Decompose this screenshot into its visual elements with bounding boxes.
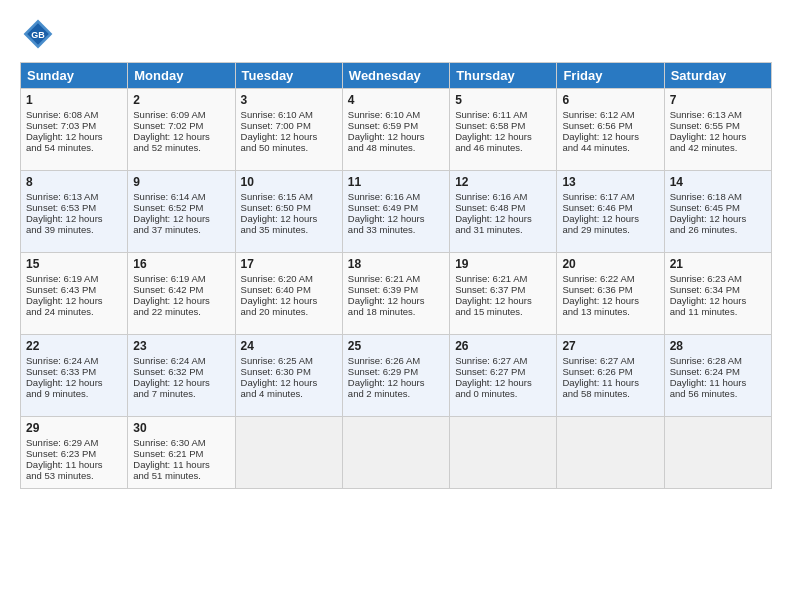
day-info: Daylight: 12 hours [455, 295, 551, 306]
day-info: Daylight: 12 hours [348, 131, 444, 142]
calendar-cell: 21Sunrise: 6:23 AMSunset: 6:34 PMDayligh… [664, 253, 771, 335]
day-number: 13 [562, 175, 658, 189]
day-number: 20 [562, 257, 658, 271]
calendar-cell: 25Sunrise: 6:26 AMSunset: 6:29 PMDayligh… [342, 335, 449, 417]
day-number: 11 [348, 175, 444, 189]
day-info: and 29 minutes. [562, 224, 658, 235]
calendar-cell: 23Sunrise: 6:24 AMSunset: 6:32 PMDayligh… [128, 335, 235, 417]
day-number: 12 [455, 175, 551, 189]
day-info: and 37 minutes. [133, 224, 229, 235]
day-info: Sunrise: 6:16 AM [348, 191, 444, 202]
header: GB [20, 16, 772, 52]
calendar-cell: 26Sunrise: 6:27 AMSunset: 6:27 PMDayligh… [450, 335, 557, 417]
day-info: Sunrise: 6:13 AM [670, 109, 766, 120]
day-info: Sunrise: 6:15 AM [241, 191, 337, 202]
day-info: and 48 minutes. [348, 142, 444, 153]
day-number: 4 [348, 93, 444, 107]
weekday-header: Tuesday [235, 63, 342, 89]
day-info: Daylight: 12 hours [241, 131, 337, 142]
day-info: Sunset: 6:49 PM [348, 202, 444, 213]
calendar-cell: 27Sunrise: 6:27 AMSunset: 6:26 PMDayligh… [557, 335, 664, 417]
day-info: Sunset: 6:39 PM [348, 284, 444, 295]
day-info: Daylight: 12 hours [562, 295, 658, 306]
calendar-cell: 20Sunrise: 6:22 AMSunset: 6:36 PMDayligh… [557, 253, 664, 335]
day-info: Daylight: 12 hours [348, 377, 444, 388]
day-info: Sunset: 7:03 PM [26, 120, 122, 131]
day-number: 29 [26, 421, 122, 435]
day-info: Sunset: 6:27 PM [455, 366, 551, 377]
day-info: and 7 minutes. [133, 388, 229, 399]
day-info: Sunrise: 6:08 AM [26, 109, 122, 120]
day-number: 3 [241, 93, 337, 107]
day-info: Sunset: 6:42 PM [133, 284, 229, 295]
day-number: 8 [26, 175, 122, 189]
calendar-cell: 2Sunrise: 6:09 AMSunset: 7:02 PMDaylight… [128, 89, 235, 171]
day-info: Sunset: 6:33 PM [26, 366, 122, 377]
day-number: 25 [348, 339, 444, 353]
day-info: Daylight: 12 hours [26, 295, 122, 306]
day-info: Daylight: 12 hours [670, 213, 766, 224]
calendar-cell: 30Sunrise: 6:30 AMSunset: 6:21 PMDayligh… [128, 417, 235, 489]
day-info: Sunrise: 6:26 AM [348, 355, 444, 366]
day-info: Sunset: 6:53 PM [26, 202, 122, 213]
day-info: and 31 minutes. [455, 224, 551, 235]
day-info: Sunrise: 6:20 AM [241, 273, 337, 284]
day-info: and 44 minutes. [562, 142, 658, 153]
day-info: and 54 minutes. [26, 142, 122, 153]
calendar-cell [557, 417, 664, 489]
day-info: Sunrise: 6:21 AM [348, 273, 444, 284]
day-info: Sunrise: 6:25 AM [241, 355, 337, 366]
day-info: Sunrise: 6:09 AM [133, 109, 229, 120]
calendar-cell: 8Sunrise: 6:13 AMSunset: 6:53 PMDaylight… [21, 171, 128, 253]
day-number: 19 [455, 257, 551, 271]
day-info: Daylight: 12 hours [455, 213, 551, 224]
day-info: Sunset: 6:48 PM [455, 202, 551, 213]
day-info: Sunrise: 6:19 AM [26, 273, 122, 284]
calendar-cell: 16Sunrise: 6:19 AMSunset: 6:42 PMDayligh… [128, 253, 235, 335]
day-number: 9 [133, 175, 229, 189]
day-info: Sunset: 6:59 PM [348, 120, 444, 131]
day-info: Sunrise: 6:19 AM [133, 273, 229, 284]
calendar-cell: 13Sunrise: 6:17 AMSunset: 6:46 PMDayligh… [557, 171, 664, 253]
day-number: 15 [26, 257, 122, 271]
day-info: and 35 minutes. [241, 224, 337, 235]
calendar-cell: 22Sunrise: 6:24 AMSunset: 6:33 PMDayligh… [21, 335, 128, 417]
weekday-header: Thursday [450, 63, 557, 89]
logo-icon: GB [20, 16, 56, 52]
day-number: 6 [562, 93, 658, 107]
day-info: Daylight: 12 hours [133, 377, 229, 388]
day-info: Sunrise: 6:28 AM [670, 355, 766, 366]
day-info: Sunrise: 6:13 AM [26, 191, 122, 202]
day-info: and 58 minutes. [562, 388, 658, 399]
day-info: and 18 minutes. [348, 306, 444, 317]
day-number: 7 [670, 93, 766, 107]
day-info: Daylight: 12 hours [133, 131, 229, 142]
weekday-header: Wednesday [342, 63, 449, 89]
day-number: 5 [455, 93, 551, 107]
day-number: 17 [241, 257, 337, 271]
day-info: Sunrise: 6:21 AM [455, 273, 551, 284]
day-info: Sunrise: 6:17 AM [562, 191, 658, 202]
day-info: and 15 minutes. [455, 306, 551, 317]
day-info: Daylight: 11 hours [26, 459, 122, 470]
day-info: and 52 minutes. [133, 142, 229, 153]
weekday-header: Sunday [21, 63, 128, 89]
weekday-header: Monday [128, 63, 235, 89]
day-info: Sunrise: 6:12 AM [562, 109, 658, 120]
day-info: Sunrise: 6:22 AM [562, 273, 658, 284]
calendar-cell: 4Sunrise: 6:10 AMSunset: 6:59 PMDaylight… [342, 89, 449, 171]
day-number: 22 [26, 339, 122, 353]
day-info: and 9 minutes. [26, 388, 122, 399]
day-info: Sunset: 7:02 PM [133, 120, 229, 131]
calendar-cell: 10Sunrise: 6:15 AMSunset: 6:50 PMDayligh… [235, 171, 342, 253]
calendar-cell [342, 417, 449, 489]
day-info: and 33 minutes. [348, 224, 444, 235]
day-info: Daylight: 12 hours [241, 213, 337, 224]
calendar-cell: 24Sunrise: 6:25 AMSunset: 6:30 PMDayligh… [235, 335, 342, 417]
day-info: Daylight: 12 hours [670, 131, 766, 142]
day-info: and 51 minutes. [133, 470, 229, 481]
day-number: 24 [241, 339, 337, 353]
day-info: Sunset: 6:52 PM [133, 202, 229, 213]
day-info: Daylight: 11 hours [670, 377, 766, 388]
day-info: Sunrise: 6:18 AM [670, 191, 766, 202]
